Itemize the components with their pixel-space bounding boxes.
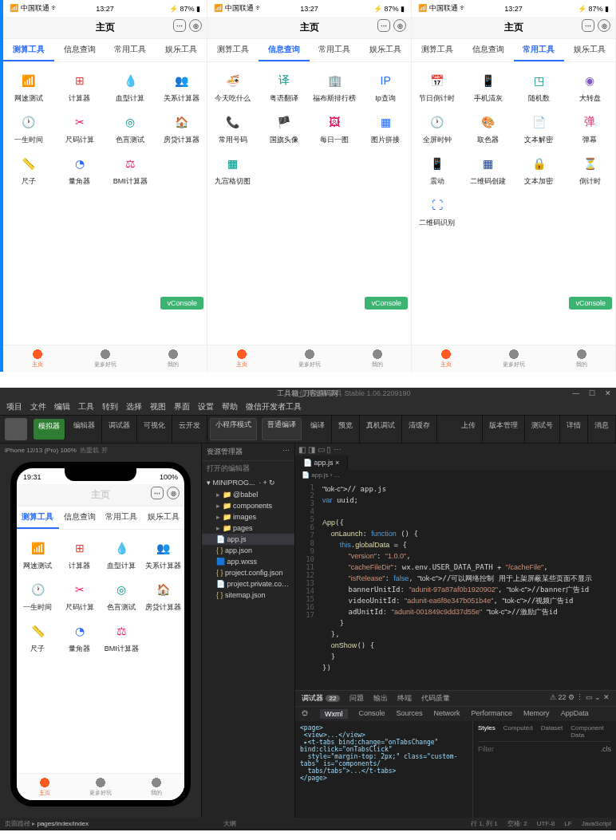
sim-tool-item[interactable]: 🏠房贷计算器 bbox=[143, 574, 185, 616]
tool-item[interactable]: 🏠 房贷计算器 bbox=[156, 107, 207, 148]
toolbar-button[interactable]: 可视化 bbox=[137, 416, 172, 443]
toolbar-button[interactable]: 编辑器 bbox=[67, 416, 102, 443]
tree-file[interactable]: 🟦 app.wxss bbox=[202, 556, 294, 567]
tool-item[interactable]: ◎ 色盲测试 bbox=[105, 107, 156, 148]
explorer-more-icon[interactable]: ⋯ bbox=[282, 447, 290, 457]
vconsole-button[interactable]: vConsole bbox=[365, 297, 408, 310]
ide-menu-item[interactable]: 界面 bbox=[174, 401, 190, 412]
tool-item[interactable]: ⊞ 计算器 bbox=[54, 65, 105, 107]
ide-menu-item[interactable]: 转到 bbox=[102, 401, 118, 412]
tabbar-item[interactable]: 我的 bbox=[547, 345, 615, 372]
statusbar-item[interactable]: LF bbox=[564, 820, 571, 827]
tool-item[interactable]: IP Ip查询 bbox=[360, 65, 411, 107]
debugger-sub-tab[interactable]: Console bbox=[359, 709, 385, 719]
tree-file[interactable]: { } app.json bbox=[202, 545, 294, 556]
debugger-top-tab[interactable]: 输出 bbox=[373, 693, 388, 704]
statusbar-item[interactable]: JavaScript bbox=[582, 820, 611, 827]
toolbar-button[interactable]: 详情 bbox=[560, 416, 588, 443]
tabbar-item[interactable]: 我的 bbox=[139, 345, 207, 372]
status-pagepath[interactable]: pages/index/index bbox=[37, 820, 89, 827]
capsule-menu-icon[interactable]: ⋯ bbox=[377, 19, 390, 32]
window-minimize-icon[interactable]: — bbox=[572, 389, 579, 397]
tool-item[interactable]: 🕐 一生时间 bbox=[3, 107, 54, 148]
toolbar-button[interactable]: 真机调试 bbox=[360, 416, 402, 443]
sim-tool-item[interactable]: 🕐一生时间 bbox=[17, 574, 59, 616]
toolbar-button[interactable]: 测试号 bbox=[525, 416, 560, 443]
toolbar-button[interactable]: 云开发 bbox=[172, 416, 207, 443]
category-tab[interactable]: 信息查询 bbox=[259, 39, 310, 61]
status-outline[interactable]: 大纲 bbox=[223, 819, 236, 828]
category-tab[interactable]: 常用工具 bbox=[514, 39, 565, 61]
capsule-close-icon[interactable]: ◎ bbox=[167, 487, 180, 499]
editor-toolbar-icons[interactable]: ◧ ◨ ▭ ▯ ⋯ bbox=[298, 445, 342, 454]
category-tab[interactable]: 娱乐工具 bbox=[360, 39, 411, 61]
statusbar-item[interactable]: 行 1, 列 1 bbox=[471, 820, 498, 827]
tool-item[interactable]: ✂ 尺码计算 bbox=[54, 107, 105, 148]
tool-item[interactable]: 🏴 国旗头像 bbox=[259, 107, 310, 148]
mode-dropdown[interactable]: 小程序模式 bbox=[210, 418, 257, 440]
debugger-top-tab[interactable]: 问题 bbox=[349, 693, 364, 704]
capsule-close-icon[interactable]: ◎ bbox=[598, 19, 610, 32]
toolbar-button[interactable]: 版本管理 bbox=[483, 416, 525, 443]
toolbar-button[interactable]: 预览 bbox=[332, 416, 360, 443]
sim-tool-item[interactable]: 📶网速测试 bbox=[17, 533, 59, 574]
toolbar-button[interactable]: 上传 bbox=[455, 416, 483, 443]
tree-folder[interactable]: ▸ 📁 images bbox=[202, 511, 294, 523]
tabbar-item[interactable]: 主页 bbox=[3, 345, 71, 372]
category-tab[interactable]: 常用工具 bbox=[105, 39, 156, 61]
ide-menu-item[interactable]: 设置 bbox=[198, 401, 214, 412]
tool-item[interactable]: 📅 节日倒计时 bbox=[412, 65, 463, 107]
debugger-top-tab[interactable]: 调试器 22 bbox=[302, 693, 340, 704]
capsule-close-icon[interactable]: ◎ bbox=[189, 19, 202, 32]
styles-tab[interactable]: Component Data bbox=[571, 724, 611, 739]
vconsole-button[interactable]: vConsole bbox=[160, 297, 203, 310]
capsule-menu-icon[interactable]: ⋯ bbox=[582, 19, 594, 32]
sim-tool-item[interactable]: 👥关系计算器 bbox=[143, 533, 185, 574]
warning-count[interactable]: ⚠ 22 ⚙ ⋮ ▭ ⌄ ✕ bbox=[550, 693, 610, 704]
toolbar-button[interactable]: 编译 bbox=[304, 416, 332, 443]
sim-zoom[interactable]: 100% bbox=[60, 447, 76, 454]
debugger-sub-tab[interactable]: Wxml bbox=[320, 709, 348, 719]
tool-item[interactable]: 📏 尺子 bbox=[3, 148, 54, 190]
tool-item[interactable]: ⏳ 倒计时 bbox=[564, 148, 615, 190]
tool-item[interactable]: 🔒 文本加密 bbox=[514, 148, 565, 190]
avatar[interactable] bbox=[5, 418, 27, 440]
compile-dropdown[interactable]: 普通编译 bbox=[262, 418, 302, 440]
capsule-menu-icon[interactable]: ⋯ bbox=[173, 19, 186, 32]
tree-folder[interactable]: ▸ 📁 components bbox=[202, 500, 294, 511]
debugger-sub-tab[interactable]: AppData bbox=[561, 709, 589, 719]
ide-menu-item[interactable]: 工具 bbox=[78, 401, 94, 412]
tool-item[interactable]: ▦ 九宫格切图 bbox=[207, 148, 259, 190]
ide-menu-item[interactable]: 视图 bbox=[150, 401, 166, 412]
tool-item[interactable]: 🖼 每日一图 bbox=[310, 107, 361, 148]
sim-tabbar-item[interactable]: 主页 bbox=[17, 774, 73, 800]
sim-tool-item[interactable]: ◔量角器 bbox=[59, 616, 101, 657]
sim-tabbar-item[interactable]: 更多好玩 bbox=[73, 774, 128, 800]
ide-menu-item[interactable]: 编辑 bbox=[54, 401, 70, 412]
tabbar-item[interactable]: 更多好玩 bbox=[71, 345, 139, 372]
tabbar-item[interactable]: 更多好玩 bbox=[275, 345, 343, 372]
tool-item[interactable]: 📶 网速测试 bbox=[3, 65, 54, 107]
styles-tab[interactable]: Styles bbox=[478, 724, 496, 739]
tool-item[interactable]: 🍜 今天吃什么 bbox=[207, 65, 259, 107]
tool-item[interactable]: 🕐 全屏时钟 bbox=[412, 107, 463, 148]
debugger-sub-tab[interactable]: Performance bbox=[472, 709, 513, 719]
toolbar-button[interactable]: 调试器 bbox=[102, 416, 137, 443]
toolbar-button[interactable]: 清缓存 bbox=[402, 416, 437, 443]
category-tab[interactable]: 测算工具 bbox=[412, 39, 463, 61]
tabbar-item[interactable]: 更多好玩 bbox=[480, 345, 547, 372]
tree-folder[interactable]: ▸ 📁 @babel bbox=[202, 489, 294, 500]
category-tab[interactable]: 测算工具 bbox=[3, 39, 54, 61]
sim-tool-item[interactable]: 📏尺子 bbox=[17, 616, 59, 657]
tool-item[interactable]: ◔ 量角器 bbox=[54, 148, 105, 190]
tool-item[interactable]: 弹 弹幕 bbox=[564, 107, 615, 148]
statusbar-item[interactable]: UTF-8 bbox=[537, 820, 555, 827]
toolbar-button[interactable]: 消息 bbox=[588, 416, 616, 443]
sim-tool-item[interactable]: 💧血型计算 bbox=[101, 533, 143, 574]
statusbar-item[interactable]: 空格: 2 bbox=[507, 820, 527, 827]
tree-file[interactable]: { } project.config.json bbox=[202, 567, 294, 578]
styles-tab[interactable]: Computed bbox=[503, 724, 533, 739]
tree-folder[interactable]: ▸ 📁 pages bbox=[202, 523, 294, 534]
status-pagepath-label[interactable]: 页面路径 ▸ bbox=[5, 820, 35, 827]
editor-tab[interactable]: 📄 app.js × bbox=[295, 455, 348, 470]
